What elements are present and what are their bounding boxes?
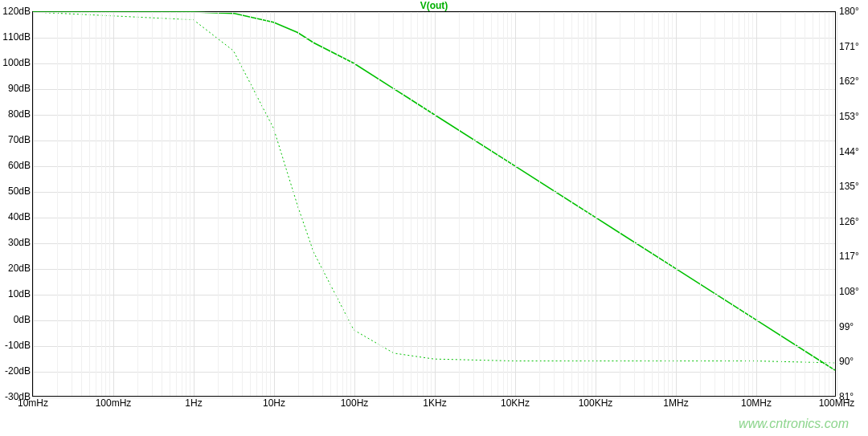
grid-v-minor bbox=[819, 12, 820, 396]
y-right-tick: 180° bbox=[839, 6, 868, 17]
grid-v-minor bbox=[554, 12, 555, 396]
grid-v-minor bbox=[411, 12, 411, 396]
x-tick: 10MHz bbox=[741, 396, 772, 409]
grid-v-minor bbox=[137, 12, 138, 396]
grid-v-minor bbox=[262, 12, 263, 396]
grid-v-minor bbox=[270, 12, 271, 396]
grid-v bbox=[274, 12, 275, 396]
y-right-tick: 153° bbox=[839, 111, 868, 122]
x-tick: 100Hz bbox=[341, 396, 369, 409]
grid-v-minor bbox=[829, 12, 829, 396]
grid-v bbox=[354, 12, 355, 396]
grid-v bbox=[515, 12, 516, 396]
grid-v-minor bbox=[644, 12, 645, 396]
grid-v-minor bbox=[813, 12, 813, 396]
y-left-tick: 60dB bbox=[0, 160, 31, 171]
grid-v-minor bbox=[403, 12, 403, 396]
grid-v-minor bbox=[652, 12, 653, 396]
y-left-tick: 20dB bbox=[0, 263, 31, 274]
grid-v-minor bbox=[507, 12, 508, 396]
y-right-tick: 81° bbox=[839, 391, 868, 402]
grid-v-minor bbox=[72, 12, 72, 396]
y-left-tick: 110dB bbox=[0, 31, 31, 43]
y-left-tick: -30dB bbox=[0, 391, 31, 402]
grid-v-minor bbox=[242, 12, 243, 396]
plot-area: 10mHz100mHz1Hz10Hz100Hz1KHz10KHz100KHz1M… bbox=[32, 11, 836, 397]
x-tick: 100mHz bbox=[96, 396, 132, 409]
grid-v-minor bbox=[571, 12, 572, 396]
grid-v-minor bbox=[57, 12, 58, 396]
grid-v-minor bbox=[81, 12, 82, 396]
grid-v-minor bbox=[337, 12, 338, 396]
grid-v-minor bbox=[162, 12, 162, 396]
grid-v-minor bbox=[578, 12, 579, 396]
y-right-tick: 144° bbox=[839, 146, 868, 157]
grid-v-minor bbox=[186, 12, 186, 396]
grid-v-minor bbox=[393, 12, 394, 396]
grid-v-minor bbox=[250, 12, 251, 396]
grid-v-minor bbox=[483, 12, 484, 396]
grid-v-minor bbox=[473, 12, 474, 396]
grid-v-minor bbox=[497, 12, 498, 396]
grid-v-minor bbox=[170, 12, 170, 396]
y-left-tick: -20dB bbox=[0, 365, 31, 377]
y-right-tick: 90° bbox=[839, 356, 868, 367]
grid-v-minor bbox=[700, 12, 701, 396]
x-tick: 10Hz bbox=[263, 396, 285, 409]
grid-v bbox=[435, 12, 436, 396]
grid-v-minor bbox=[732, 12, 733, 396]
grid-v-minor bbox=[431, 12, 432, 396]
y-right-tick: 108° bbox=[839, 286, 868, 297]
chart-title: V(out) bbox=[0, 0, 868, 11]
y-left-tick: 120dB bbox=[0, 6, 31, 17]
y-right-tick: 162° bbox=[839, 75, 868, 87]
grid-v-minor bbox=[588, 12, 588, 396]
grid-v-minor bbox=[795, 12, 796, 396]
grid-v bbox=[33, 12, 34, 396]
y-right-tick: 99° bbox=[839, 321, 868, 332]
grid-v-minor bbox=[780, 12, 781, 396]
grid-v-minor bbox=[503, 12, 504, 396]
grid-v-minor bbox=[634, 12, 635, 396]
grid-v-minor bbox=[101, 12, 102, 396]
grid-v-minor bbox=[668, 12, 669, 396]
y-left-tick: -10dB bbox=[0, 340, 31, 351]
grid-v-minor bbox=[583, 12, 584, 396]
x-tick: 1MHz bbox=[663, 396, 688, 409]
y-left-tick: 100dB bbox=[0, 57, 31, 68]
grid-v bbox=[676, 12, 677, 396]
y-left-tick: 70dB bbox=[0, 134, 31, 145]
y-left-tick: 80dB bbox=[0, 108, 31, 120]
grid-v-minor bbox=[724, 12, 725, 396]
grid-v-minor bbox=[672, 12, 673, 396]
grid-v-minor bbox=[256, 12, 257, 396]
grid-v bbox=[194, 12, 194, 396]
grid-v-minor bbox=[218, 12, 219, 396]
grid-v-minor bbox=[109, 12, 110, 396]
x-tick: 100KHz bbox=[579, 396, 613, 409]
grid-v-minor bbox=[664, 12, 665, 396]
y-left-tick: 40dB bbox=[0, 211, 31, 222]
grid-v-minor bbox=[563, 12, 564, 396]
grid-v-minor bbox=[714, 12, 715, 396]
grid-v-minor bbox=[511, 12, 512, 396]
grid-v-minor bbox=[459, 12, 460, 396]
y-left-tick: 0dB bbox=[0, 314, 31, 325]
grid-v-minor bbox=[176, 12, 177, 396]
grid-v bbox=[596, 12, 596, 396]
grid-v-minor bbox=[833, 12, 833, 396]
grid-v-minor bbox=[748, 12, 749, 396]
y-left-tick: 30dB bbox=[0, 237, 31, 248]
grid-v bbox=[837, 12, 837, 396]
grid-v-minor bbox=[346, 12, 347, 396]
grid-v bbox=[113, 12, 114, 396]
grid-v-minor bbox=[96, 12, 96, 396]
grid-v-minor bbox=[379, 12, 379, 396]
y-right-tick: 171° bbox=[839, 41, 868, 52]
grid-v-minor bbox=[427, 12, 428, 396]
grid-v-minor bbox=[298, 12, 299, 396]
x-tick: 1KHz bbox=[423, 396, 446, 409]
grid-v-minor bbox=[350, 12, 351, 396]
grid-v-minor bbox=[539, 12, 540, 396]
grid-v-minor bbox=[89, 12, 90, 396]
